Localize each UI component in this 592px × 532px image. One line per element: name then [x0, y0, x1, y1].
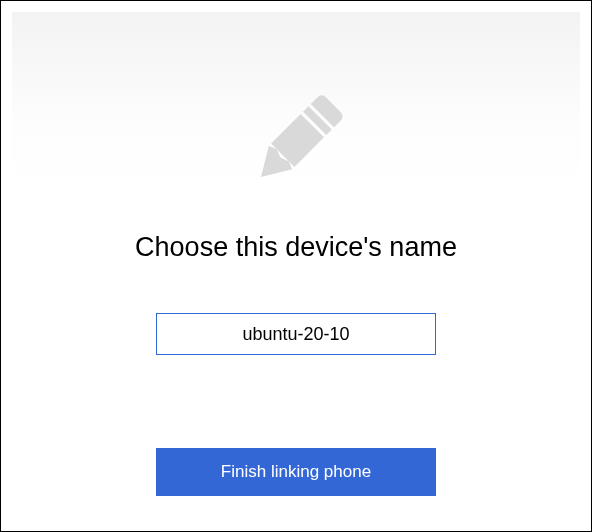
- dialog-frame: Choose this device's name Finish linking…: [0, 0, 592, 532]
- pencil-icon-svg: [241, 87, 351, 197]
- finish-linking-button[interactable]: Finish linking phone: [156, 448, 436, 496]
- device-name-input[interactable]: [156, 313, 436, 355]
- dialog-heading: Choose this device's name: [135, 232, 457, 263]
- pencil-icon: [236, 82, 356, 202]
- dialog-panel: Choose this device's name Finish linking…: [12, 12, 580, 520]
